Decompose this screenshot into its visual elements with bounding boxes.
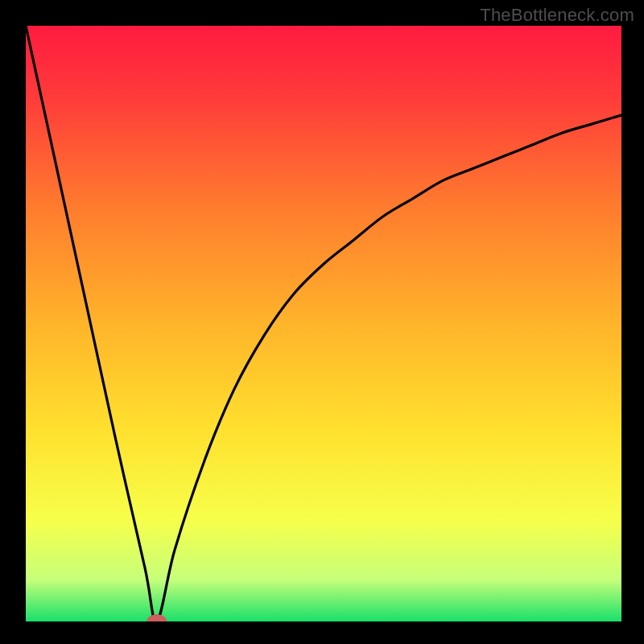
plot-svg: [26, 26, 621, 621]
chart-container: TheBottleneck.com: [0, 0, 644, 644]
plot-area: [26, 26, 621, 621]
watermark-label: TheBottleneck.com: [480, 5, 634, 26]
gradient-background: [26, 26, 621, 621]
